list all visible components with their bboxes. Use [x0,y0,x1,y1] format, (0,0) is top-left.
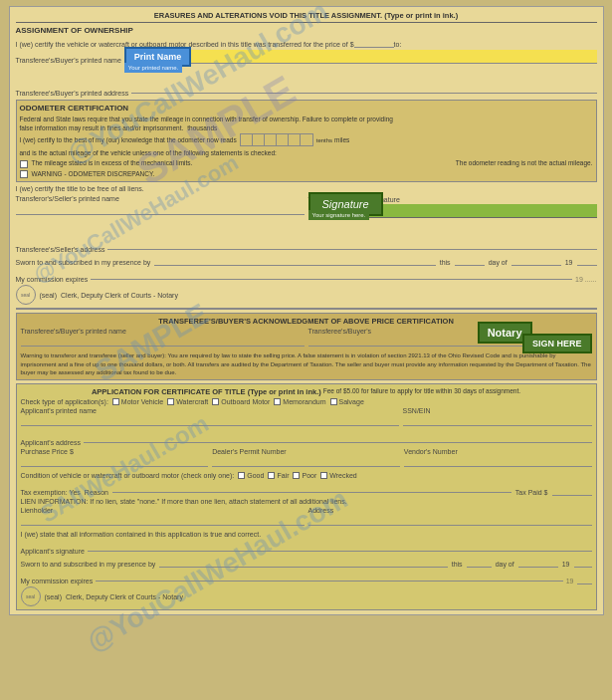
miles-box-6 [301,134,312,145]
odometer-title: ODOMETER CERTIFICATION [20,104,593,113]
transferor-address-label: Transferee's/Seller's address [16,246,105,253]
sworn-row: Sworn to and subscribed in my presence b… [16,255,597,266]
miles-boxes [240,133,313,146]
seal-circle: seal [16,285,36,305]
check-salvage[interactable]: Salvage [330,398,364,405]
check-wrecked[interactable]: Wrecked [320,472,357,479]
lien-info: LIEN INFORMATION: If no lien, state "non… [21,498,347,505]
odometer-section: ODOMETER CERTIFICATION Federal and State… [16,100,597,182]
sign-here-button[interactable]: SIGN HERE [522,334,592,353]
app-commission-text: My commission expires [21,578,94,584]
section-divider-1 [16,308,597,310]
free-of-liens-text: I (we) certify the title to be free of a… [16,185,144,192]
odometer-text-1: Federal and State laws require that you … [20,115,593,123]
check-fair[interactable]: Fair [268,472,289,479]
check-good[interactable]: Good [238,472,264,479]
application-fee: Fee of $5.00 for failure to apply for ti… [323,387,520,396]
miles-box-2 [253,134,265,145]
transferee-section: TRANSFEREE'S/BUYER'S ACKNOWLEDGMENT OF A… [16,313,597,380]
checkbox-odometer-discrepancy[interactable] [20,170,28,178]
document: @YouCallWeHaul.com SAMPLE @YouCallWeHaul… [9,6,604,615]
transferee-label: Transferee's/Buyer's printed name [16,57,121,64]
signature-tooltip: Your signature here. [308,210,370,220]
commission-text: My commission expires [16,276,89,283]
check-type-row: Check type of application(s): Motor Vehi… [21,398,592,405]
application-section: APPLICATION FOR CERTIFICATE OF TITLE (Ty… [16,383,597,610]
transferee-address-label: Transferee's/Buyer's printed address [16,90,129,97]
miles-box-3 [265,134,277,145]
miles-box-5 [289,134,301,145]
check-watercraft[interactable]: Watercraft [167,398,208,405]
check-outboard-motor[interactable]: Outboard Motor [212,398,270,405]
warning-transferee-text: Warning to transferor and transferee (se… [21,351,592,376]
miles-box-4 [277,134,289,145]
checkbox-mileage-excess[interactable] [20,160,28,168]
check-motor-vehicle[interactable]: Motor Vehicle [112,398,163,405]
warning-header: ERASURES AND ALTERATIONS VOID THIS TITLE… [16,11,597,23]
app-sworn-row: Sworn to and subscribed in my presence b… [21,557,592,568]
seal-row: seal (seal) Clerk, Deputy Clerk of Court… [16,285,597,305]
app-seal-circle: seal [21,586,41,606]
check-poor[interactable]: Poor [293,472,316,479]
print-name-tooltip: Your printed name. [124,63,182,73]
application-title: APPLICATION FOR CERTIFICATE OF TITLE (Ty… [92,387,321,396]
app-seal-row: seal (seal) Clerk, Deputy Clerk of Court… [21,586,592,606]
check-memorandum[interactable]: Memorandum [274,398,325,405]
true-correct-text: I (we) state that all information contai… [21,531,262,538]
assignment-title: ASSIGNMENT OF OWNERSHIP [16,26,597,35]
miles-box-1 [241,134,253,145]
condition-row: Condition of vehicle or watercraft or ou… [21,472,592,479]
certify-suffix: to: [394,41,402,48]
